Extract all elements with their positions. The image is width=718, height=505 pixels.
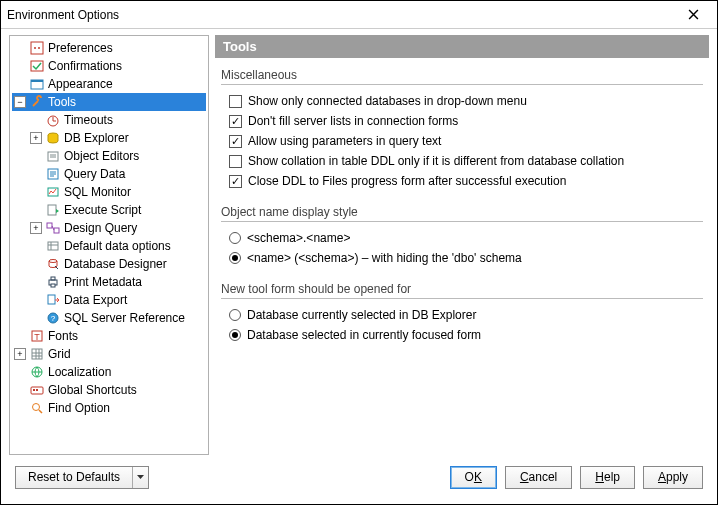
checkbox-icon[interactable] [229,175,242,188]
tree-label: Confirmations [48,59,122,73]
data-export-icon [45,292,61,308]
cancel-button[interactable]: Cancel [505,466,572,489]
tree-item-preferences[interactable]: Preferences [12,39,206,57]
svg-rect-14 [48,242,58,250]
svg-rect-0 [31,42,43,54]
tree-label: Print Metadata [64,275,142,289]
grid-icon [29,346,45,362]
radio-icon[interactable] [229,252,241,264]
settings-panel: Tools Miscellaneous Show only connected … [215,35,709,455]
preferences-icon [29,40,45,56]
tree-item-execute-script[interactable]: Execute Script [12,201,206,219]
svg-rect-18 [51,284,55,287]
group-title: New tool form should be opened for [221,282,703,299]
tree-label: Data Export [64,293,127,307]
tree-item-localization[interactable]: Localization [12,363,206,381]
close-button[interactable] [675,4,711,26]
group-title: Miscellaneous [221,68,703,85]
option-label: Database currently selected in DB Explor… [247,308,476,322]
tree-label: Grid [48,347,71,361]
checkbox-icon[interactable] [229,115,242,128]
group-display-style: Object name display style <schema>.<name… [221,205,703,268]
radio-icon[interactable] [229,329,241,341]
timeouts-icon [45,112,61,128]
option-label: Allow using parameters in query text [248,134,441,148]
radio-row[interactable]: Database selected in currently focused f… [221,325,703,345]
help-button[interactable]: Help [580,466,635,489]
checkbox-row[interactable]: Show collation in table DDL only if it i… [221,151,703,171]
tree-item-confirmations[interactable]: Confirmations [12,57,206,75]
tree-item-database-designer[interactable]: Database Designer [12,255,206,273]
expander-expand[interactable]: + [30,222,42,234]
tree-item-data-export[interactable]: Data Export [12,291,206,309]
find-option-icon [29,400,45,416]
dialog-footer: Reset to Defaults OK Cancel Help Apply [1,459,717,495]
window-title: Environment Options [7,8,675,22]
execute-script-icon [45,202,61,218]
tree-item-default-data-options[interactable]: Default data options [12,237,206,255]
ok-button[interactable]: OK [450,466,497,489]
panel-title: Tools [215,35,709,58]
checkbox-icon[interactable] [229,95,242,108]
appearance-icon [29,76,45,92]
svg-rect-28 [36,389,38,391]
tree-item-sql-server-reference[interactable]: ? SQL Server Reference [12,309,206,327]
reset-to-defaults-button[interactable]: Reset to Defaults [15,466,149,489]
radio-row[interactable]: Database currently selected in DB Explor… [221,305,703,325]
radio-row[interactable]: <schema>.<name> [221,228,703,248]
tree-item-grid[interactable]: + Grid [12,345,206,363]
tree-label: DB Explorer [64,131,129,145]
fonts-icon: T [29,328,45,344]
localization-icon [29,364,45,380]
expander-expand[interactable]: + [30,132,42,144]
checkbox-row[interactable]: Don't fill server lists in connection fo… [221,111,703,131]
svg-point-1 [34,47,36,49]
radio-icon[interactable] [229,232,241,244]
tree-label: Object Editors [64,149,139,163]
button-label: Apply [658,470,688,484]
tools-icon [29,94,45,110]
tree-item-tools[interactable]: − Tools [12,93,206,111]
tree-item-design-query[interactable]: + Design Query [12,219,206,237]
design-query-icon [45,220,61,236]
tree-item-appearance[interactable]: Appearance [12,75,206,93]
sql-monitor-icon [45,184,61,200]
checkbox-icon[interactable] [229,155,242,168]
options-tree[interactable]: Preferences Confirmations Appearance − T… [9,35,209,455]
tree-item-sql-monitor[interactable]: SQL Monitor [12,183,206,201]
expander-collapse[interactable]: − [14,96,26,108]
database-designer-icon [45,256,61,272]
expander-expand[interactable]: + [14,348,26,360]
tree-item-fonts[interactable]: T Fonts [12,327,206,345]
radio-row[interactable]: <name> (<schema>) – with hiding the 'dbo… [221,248,703,268]
tree-label: Tools [48,95,76,109]
button-label: Cancel [520,470,557,484]
svg-rect-5 [31,80,43,82]
group-miscellaneous: Miscellaneous Show only connected databa… [221,68,703,191]
tree-item-global-shortcuts[interactable]: Global Shortcuts [12,381,206,399]
apply-button[interactable]: Apply [643,466,703,489]
tree-item-query-data[interactable]: Query Data [12,165,206,183]
dropdown-arrow-icon[interactable] [132,467,148,488]
tree-label: Preferences [48,41,113,55]
checkbox-row[interactable]: Close DDL to Files progress form after s… [221,171,703,191]
group-title: Object name display style [221,205,703,222]
tree-item-object-editors[interactable]: Object Editors [12,147,206,165]
svg-text:T: T [34,332,40,342]
tree-item-timeouts[interactable]: Timeouts [12,111,206,129]
tree-item-print-metadata[interactable]: Print Metadata [12,273,206,291]
group-new-tool-form: New tool form should be opened for Datab… [221,282,703,345]
svg-rect-11 [48,205,56,215]
checkbox-icon[interactable] [229,135,242,148]
tree-label: Localization [48,365,111,379]
tree-item-find-option[interactable]: Find Option [12,399,206,417]
tree-label: Timeouts [64,113,113,127]
tree-item-db-explorer[interactable]: + DB Explorer [12,129,206,147]
button-label: Reset to Defaults [16,467,132,488]
checkbox-row[interactable]: Allow using parameters in query text [221,131,703,151]
checkbox-row[interactable]: Show only connected databases in drop-do… [221,91,703,111]
default-data-options-icon [45,238,61,254]
print-metadata-icon [45,274,61,290]
radio-icon[interactable] [229,309,241,321]
tree-label: Design Query [64,221,137,235]
